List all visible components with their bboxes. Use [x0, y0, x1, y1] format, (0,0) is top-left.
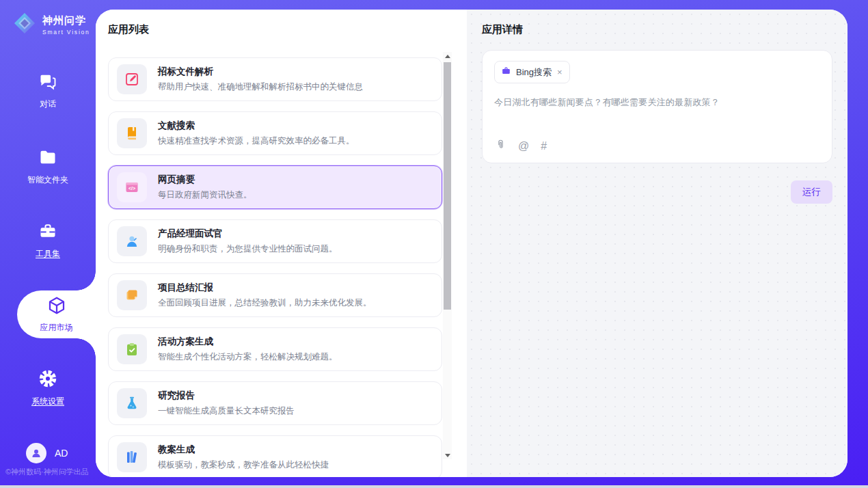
sidebar-item-label: 应用市场: [40, 322, 73, 334]
app-desc: 明确身份和职责，为您提供专业性的面试问题。: [158, 243, 338, 255]
app-list-scrollbar[interactable]: [443, 53, 452, 458]
prompt-card[interactable]: Bing搜索 × 今日湖北有哪些新闻要点？有哪些需要关注的最新政策？ @ #: [482, 50, 832, 163]
brand-subtitle: Smart Vision: [42, 29, 90, 36]
tool-tag-label: Bing搜索: [516, 66, 552, 79]
app-desc: 全面回顾项目进展，总结经验教训，助力未来优化发展。: [158, 297, 372, 309]
user-account[interactable]: AD: [26, 443, 68, 463]
cube-icon: [46, 295, 67, 318]
sidebar-item-label: 智能文件夹: [27, 174, 68, 186]
run-row: 运行: [482, 180, 832, 204]
brand-logo: 神州问学 Smart Vision: [12, 11, 90, 38]
books-icon: [117, 442, 147, 472]
app-card-lesson-plan[interactable]: 教案生成 模板驱动，教案秒成，教学准备从此轻松快捷: [108, 435, 442, 477]
toolbox-icon: [38, 221, 57, 243]
app-name: 产品经理面试官: [158, 228, 338, 240]
app-desc: 帮助用户快速、准确地理解和解析招标书中的关键信息: [158, 81, 363, 93]
scrollbar-thumb[interactable]: [444, 62, 451, 310]
app-list-title: 应用列表: [108, 23, 467, 36]
app-name: 招标文件解析: [158, 66, 363, 78]
notes-icon: [117, 280, 147, 310]
browser-code-icon: </>: [117, 172, 147, 202]
sidebar-item-app-market[interactable]: 应用市场: [17, 290, 96, 338]
app-name: 项目总结汇报: [158, 282, 372, 294]
app-card-pm-interviewer[interactable]: 产品经理面试官 明确身份和职责，为您提供专业性的面试问题。: [108, 219, 442, 263]
close-icon[interactable]: ×: [556, 67, 563, 77]
app-card-list: 招标文件解析 帮助用户快速、准确地理解和解析招标书中的关键信息 文献搜索 快速精…: [108, 57, 442, 477]
paperclip-icon[interactable]: [495, 139, 506, 153]
app-name: 网页摘要: [158, 174, 252, 186]
app-detail-title: 应用详情: [482, 23, 832, 36]
scroll-up-arrow-icon[interactable]: [443, 52, 452, 60]
tool-tag-bing-search[interactable]: Bing搜索 ×: [494, 61, 570, 83]
sidebar-item-label: 对话: [40, 98, 56, 110]
run-button[interactable]: 运行: [791, 180, 832, 204]
sidebar-item-label: 工具集: [36, 248, 60, 260]
app-card-bid-parse[interactable]: 招标文件解析 帮助用户快速、准确地理解和解析招标书中的关键信息: [108, 57, 442, 101]
app-list-panel: 应用列表 招标文件解析 帮助用户快速、准确地理解和解析招标书中的关键信息: [96, 10, 467, 477]
app-name: 研究报告: [158, 390, 295, 402]
folder-icon: [38, 148, 57, 170]
at-mention-icon[interactable]: @: [518, 141, 529, 152]
sidebar-item-settings[interactable]: 系统设置: [0, 369, 96, 407]
edit-doc-icon: [117, 64, 147, 94]
app-name: 活动方案生成: [158, 336, 338, 348]
svg-text:</>: </>: [128, 186, 135, 191]
sidebar-item-smart-folder[interactable]: 智能文件夹: [0, 148, 96, 186]
app-desc: 一键智能生成高质量长文本研究报告: [158, 405, 295, 417]
gear-icon: [38, 369, 57, 391]
app-desc: 智能生成个性化活动方案，轻松解决规划难题。: [158, 351, 338, 363]
person-icon: [117, 226, 147, 256]
app-card-project-summary[interactable]: 项目总结汇报 全面回顾项目进展，总结经验教训，助力未来优化发展。: [108, 273, 442, 317]
copyright-footer: ©神州数码·神州问学出品: [5, 467, 89, 477]
app-desc: 快速精准查找学术资源，提高研究效率的必备工具。: [158, 135, 355, 147]
user-label: AD: [55, 448, 68, 459]
content-frame: 应用列表 招标文件解析 帮助用户快速、准确地理解和解析招标书中的关键信息: [96, 10, 847, 477]
app-name: 文献搜索: [158, 120, 355, 132]
briefcase-icon: [501, 66, 511, 79]
app-card-literature-search[interactable]: 文献搜索 快速精准查找学术资源，提高研究效率的必备工具。: [108, 111, 442, 155]
app-card-research-report[interactable]: 研究报告 一键智能生成高质量长文本研究报告: [108, 381, 442, 425]
brand-name: 神州问学: [42, 14, 90, 27]
sidebar-item-toolset[interactable]: 工具集: [0, 221, 96, 260]
clipboard-check-icon: [117, 334, 147, 364]
prompt-toolbar: @ #: [495, 139, 547, 153]
app-desc: 模板驱动，教案秒成，教学准备从此轻松快捷: [158, 459, 329, 471]
sidebar-item-label: 系统设置: [31, 396, 64, 407]
sidebar-item-chat[interactable]: 对话: [0, 72, 96, 110]
book-icon: [117, 118, 147, 148]
query-text[interactable]: 今日湖北有哪些新闻要点？有哪些需要关注的最新政策？: [494, 96, 820, 109]
app-name: 教案生成: [158, 444, 329, 456]
chat-icon: [38, 72, 57, 94]
sidebar: 神州问学 Smart Vision 对话 智能文件夹: [0, 0, 96, 485]
avatar: [26, 443, 46, 463]
app-card-web-summary[interactable]: </> 网页摘要 每日政府新闻资讯快查。: [108, 165, 442, 209]
app-card-event-plan[interactable]: 活动方案生成 智能生成个性化活动方案，轻松解决规划难题。: [108, 327, 442, 371]
app-desc: 每日政府新闻资讯快查。: [158, 189, 252, 201]
scroll-down-arrow-icon[interactable]: [443, 451, 452, 459]
flask-icon: [117, 388, 147, 418]
hash-topic-icon[interactable]: #: [541, 141, 547, 152]
brand-diamond-icon: [12, 11, 37, 38]
app-detail-panel: 应用详情 Bing搜索 × 今日湖北有哪些新闻要点？有哪些需要关注的最新政策？: [467, 10, 847, 477]
window-bottom-strip: [0, 485, 868, 488]
